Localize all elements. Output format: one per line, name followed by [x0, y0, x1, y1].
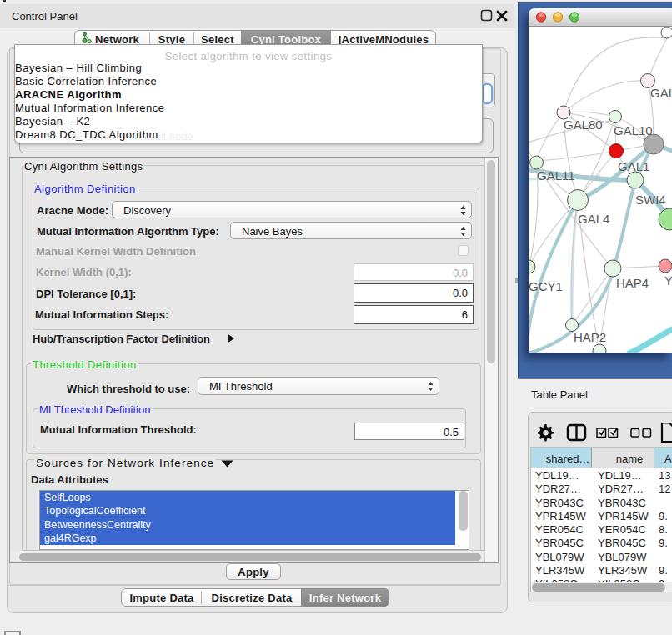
svg-text:SWI4: SWI4 [635, 192, 666, 207]
svg-text:GAL11: GAL11 [537, 168, 575, 182]
svg-text:GAL10: GAL10 [614, 123, 653, 138]
svg-text:GAL1: GAL1 [618, 159, 649, 173]
svg-text:GAL7: GAL7 [650, 86, 672, 100]
svg-text:GCY1: GCY1 [529, 279, 563, 293]
svg-text:Y: Y [664, 273, 672, 288]
svg-text:GAL4: GAL4 [578, 212, 609, 226]
svg-text:GAL80: GAL80 [564, 118, 603, 132]
svg-text:HAP2: HAP2 [574, 330, 606, 344]
svg-text:HAP4: HAP4 [616, 276, 649, 290]
